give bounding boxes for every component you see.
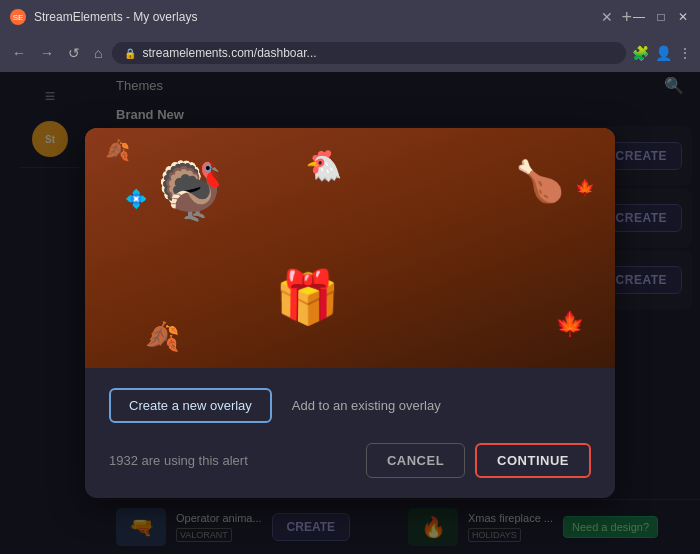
modal-footer: 1932 are using this alert CANCEL CONTINU…: [109, 443, 591, 478]
modal-backdrop: 🍂 🦃 🐔 🍗 💠 🍁 🎁 🍂 🍁 Create a new overlay A…: [0, 72, 700, 554]
dots-icon: 💠: [125, 188, 147, 210]
browser-favicon: SE: [10, 9, 26, 25]
continue-button[interactable]: CONTINUE: [475, 443, 591, 478]
forward-btn[interactable]: →: [36, 43, 58, 63]
turkey-icon: 🦃: [155, 158, 225, 224]
menu-icon[interactable]: ⋮: [678, 45, 692, 61]
profile-icon[interactable]: 👤: [655, 45, 672, 61]
app-content: ≡ St Themes 🔍 Brand New 🎯 T... VALORANT …: [0, 72, 700, 554]
maximize-btn[interactable]: □: [654, 10, 668, 24]
modal-options: Create a new overlay Add to an existing …: [109, 388, 591, 423]
lock-icon: 🔒: [124, 48, 136, 59]
leaf-icon-1: 🍂: [105, 138, 130, 162]
browser-toolbar-icons: 🧩 👤 ⋮: [632, 45, 692, 61]
modal-autumn-bg: 🍂 🦃 🐔 🍗 💠 🍁 🎁 🍂 🍁: [85, 128, 615, 368]
create-new-overlay-btn[interactable]: Create a new overlay: [109, 388, 272, 423]
browser-chrome: SE StreamElements - My overlays ✕ + — □ …: [0, 0, 700, 72]
address-bar[interactable]: 🔒 streamelements.com/dashboar...: [112, 42, 626, 64]
leaf-icon-2: 🍁: [575, 178, 595, 197]
cancel-button[interactable]: CANCEL: [366, 443, 465, 478]
gift-icon: 🎁: [275, 267, 340, 328]
leaf-icon-3: 🍁: [555, 310, 585, 338]
browser-titlebar: SE StreamElements - My overlays ✕ + — □ …: [0, 0, 700, 34]
reload-btn[interactable]: ↺: [64, 43, 84, 63]
window-controls: — □ ✕: [632, 10, 690, 24]
close-btn[interactable]: ✕: [676, 10, 690, 24]
add-existing-overlay-text: Add to an existing overlay: [292, 398, 441, 413]
modal-image: 🍂 🦃 🐔 🍗 💠 🍁 🎁 🍂 🍁: [85, 128, 615, 368]
modal-dialog: 🍂 🦃 🐔 🍗 💠 🍁 🎁 🍂 🍁 Create a new overlay A…: [85, 128, 615, 498]
bird-icon: 🐔: [305, 148, 342, 183]
minimize-btn[interactable]: —: [632, 10, 646, 24]
leaves-icon: 🍂: [145, 320, 180, 353]
tab-close-btn[interactable]: ✕: [601, 9, 613, 25]
url-text: streamelements.com/dashboar...: [142, 46, 316, 60]
modal-body: Create a new overlay Add to an existing …: [85, 368, 615, 498]
back-btn[interactable]: ←: [8, 43, 30, 63]
using-count-text: 1932 are using this alert: [109, 453, 248, 468]
extensions-icon[interactable]: 🧩: [632, 45, 649, 61]
new-tab-btn[interactable]: +: [621, 7, 632, 28]
home-btn[interactable]: ⌂: [90, 43, 106, 63]
browser-toolbar: ← → ↺ ⌂ 🔒 streamelements.com/dashboar...…: [0, 34, 700, 72]
browser-tab-title: StreamElements - My overlays: [34, 10, 593, 24]
food-icon: 🍗: [515, 158, 565, 205]
modal-actions: CANCEL CONTINUE: [366, 443, 591, 478]
